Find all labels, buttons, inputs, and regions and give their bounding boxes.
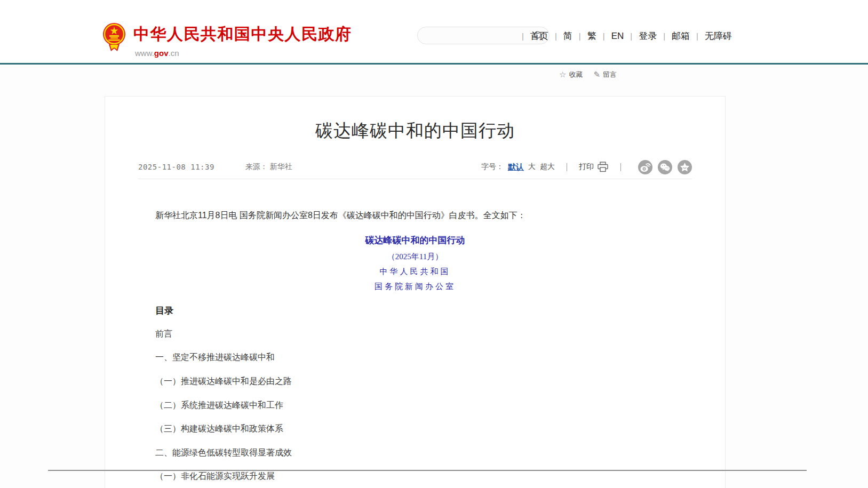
toc-item: （三）构建碳达峰碳中和政策体系 xyxy=(155,424,675,434)
article-body: 新华社北京11月8日电 国务院新闻办公室8日发布《碳达峰碳中和的中国行动》白皮书… xyxy=(105,210,725,481)
site-url-suffix: .cn xyxy=(169,49,179,58)
toolbar-divider xyxy=(567,163,567,171)
intro-paragraph: 新华社北京11月8日电 国务院新闻办公室8日发布《碳达峰碳中和的中国行动》白皮书… xyxy=(155,210,675,221)
font-size-default-button[interactable]: 默认 xyxy=(508,162,524,172)
font-size-large-button[interactable]: 大 xyxy=(528,162,536,172)
top-nav-item[interactable]: EN xyxy=(596,31,624,42)
font-size-xlarge-button[interactable]: 超大 xyxy=(540,162,555,172)
national-emblem-icon xyxy=(102,21,126,51)
source-label: 来源： xyxy=(245,162,268,172)
site-url[interactable]: www.gov.cn xyxy=(135,49,352,58)
doc-title: 碳达峰碳中和的中国行动 xyxy=(155,234,675,246)
pencil-icon: ✎ xyxy=(593,70,600,79)
toc-item: （二）系统推进碳达峰碳中和工作 xyxy=(155,401,675,410)
doc-date: （2025年11月） xyxy=(155,252,675,262)
comment-label: 留言 xyxy=(603,70,617,79)
doc-issuer-line1: 中华人民共和国 xyxy=(155,267,675,277)
article-meta-row: 2025-11-08 11:39 来源： 新华社 字号： 默认 大 超大 打印 xyxy=(105,161,725,173)
top-nav-item[interactable]: 繁 xyxy=(572,30,596,42)
article-title: 碳达峰碳中和的中国行动 xyxy=(105,119,725,143)
toc-item: （一）非化石能源实现跃升发展 xyxy=(155,471,675,481)
toc-list: 前言 一、坚定不移推进碳达峰碳中和 （一）推进碳达峰碳中和是必由之路 （二）系统… xyxy=(155,329,675,481)
toc-item: 二、能源绿色低碳转型取得显著成效 xyxy=(155,448,675,458)
top-nav-item[interactable]: 邮箱 xyxy=(657,30,690,42)
favorite-label: 收藏 xyxy=(569,70,583,79)
star-outline-icon: ☆ xyxy=(559,70,566,79)
source-name[interactable]: 新华社 xyxy=(270,162,292,172)
printer-icon[interactable] xyxy=(597,162,609,172)
top-nav-item[interactable]: 登录 xyxy=(624,30,657,42)
article-toolbar: 字号： 默认 大 超大 打印 xyxy=(481,160,692,174)
toc-item: 前言 xyxy=(155,329,675,339)
toolbar-divider xyxy=(620,163,621,171)
article-meta-left: 2025-11-08 11:39 来源： 新华社 xyxy=(138,162,292,172)
wechat-share-icon[interactable] xyxy=(658,160,672,174)
toc-item: （一）推进碳达峰碳中和是必由之路 xyxy=(155,377,675,386)
comment-link[interactable]: ✎ 留言 xyxy=(593,70,617,79)
weibo-share-icon[interactable] xyxy=(638,160,652,174)
toc-heading: 目录 xyxy=(155,305,675,317)
window-bottom-edge xyxy=(48,470,807,471)
site-header: 中华人民共和国中央人民政府 www.gov.cn 首页 简 繁 EN xyxy=(0,0,868,63)
doc-issuer-line2: 国务院新闻办公室 xyxy=(155,282,675,292)
article-card: 碳达峰碳中和的中国行动 2025-11-08 11:39 来源： 新华社 字号：… xyxy=(105,96,726,488)
site-identity: 中华人民共和国中央人民政府 www.gov.cn xyxy=(133,23,352,58)
favorite-link[interactable]: ☆ 收藏 xyxy=(559,70,583,79)
top-nav: 首页 简 繁 EN 登录 邮箱 无障碍 xyxy=(515,30,732,42)
toc-item: 一、坚定不移推进碳达峰碳中和 xyxy=(155,353,675,362)
page-actions: ☆ 收藏 ✎ 留言 xyxy=(559,70,617,79)
header-rule xyxy=(0,63,868,65)
site-url-highlight: gov xyxy=(154,49,169,58)
top-nav-item[interactable]: 首页 xyxy=(515,30,548,42)
top-nav-item[interactable]: 无障碍 xyxy=(690,30,732,42)
site-title[interactable]: 中华人民共和国中央人民政府 xyxy=(133,23,352,45)
top-nav-item[interactable]: 简 xyxy=(548,30,572,42)
qzone-star-icon[interactable] xyxy=(678,160,692,174)
font-size-label: 字号： xyxy=(481,162,504,172)
page: 中华人民共和国中央人民政府 www.gov.cn 首页 简 繁 EN xyxy=(0,0,868,488)
national-emblem-logo[interactable] xyxy=(102,21,126,51)
meta-divider xyxy=(138,179,692,179)
site-url-prefix: www. xyxy=(135,49,154,58)
print-button[interactable]: 打印 xyxy=(579,162,594,172)
publish-date: 2025-11-08 11:39 xyxy=(138,163,214,171)
